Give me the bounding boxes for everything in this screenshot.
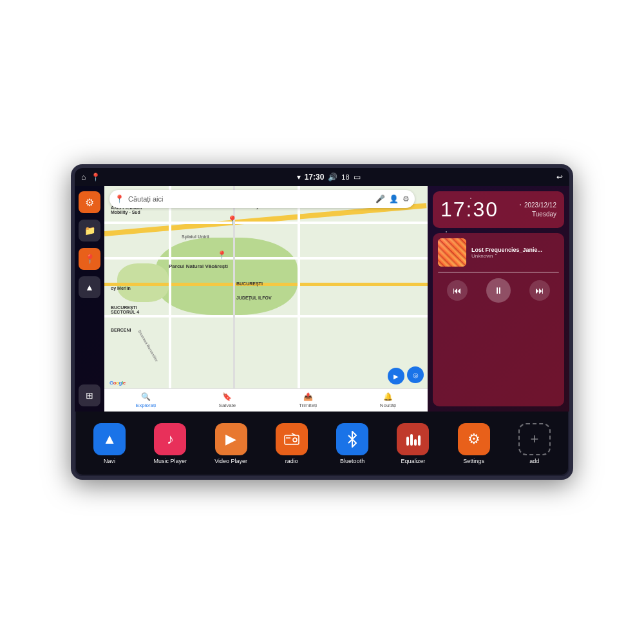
- explore-icon: 🔍: [141, 392, 151, 401]
- map-explore-btn[interactable]: 🔍 Explorați: [136, 392, 156, 408]
- radio-svg: [283, 430, 301, 448]
- app-video-player[interactable]: ▶ Video Player: [203, 423, 260, 464]
- equalizer-svg: [404, 430, 422, 448]
- map-news-btn[interactable]: 🔔 Noutăți: [380, 392, 396, 408]
- battery-level: 18: [341, 173, 349, 181]
- map-pin-parcul: 📍: [217, 251, 227, 260]
- main-content: ⚙ 📁 📍 ▲ ⊞: [75, 186, 569, 412]
- map-locate-btn[interactable]: ◎: [407, 366, 424, 383]
- map-bottom-bar: 🔍 Explorați 🔖 Salvate 📤 Trimiteți �: [104, 388, 428, 412]
- clock-date: 2023/12/12 Tuesday: [524, 201, 556, 219]
- map-search-bar[interactable]: 📍 Căutați aici 🎤 👤 ⚙: [109, 190, 415, 208]
- settings-map-icon[interactable]: ⚙: [402, 194, 410, 204]
- play-pause-icon: ⏸: [494, 285, 503, 296]
- right-panel: 17:30 2023/12/12 Tuesday Lost Frequencie…: [428, 186, 569, 412]
- music-progress-bar[interactable]: [438, 272, 559, 273]
- settings-icon: ⚙: [85, 196, 94, 209]
- equalizer-label: Equalizer: [401, 458, 426, 464]
- maps-status-icon[interactable]: 📍: [91, 173, 100, 182]
- settings-app-icon: ⚙: [458, 423, 490, 455]
- map-nav-btn[interactable]: ▶: [388, 368, 404, 384]
- app-settings[interactable]: ⚙ Settings: [446, 423, 502, 464]
- grid-icon: ⊞: [86, 390, 93, 401]
- road-v1: [169, 186, 171, 412]
- radio-icon: [276, 423, 308, 455]
- map-share-btn[interactable]: 📤 Trimiteți: [299, 392, 317, 408]
- battery-icon: ▭: [354, 173, 361, 182]
- svg-rect-6: [414, 439, 417, 446]
- share-icon: 📤: [303, 392, 313, 401]
- settings-label: Settings: [463, 458, 484, 464]
- album-art: [438, 238, 466, 267]
- road-3: [104, 283, 428, 286]
- status-bar: ⌂ 📍 ▾ 17:30 🔊 18 ▭ ↩: [75, 168, 569, 186]
- clock-widget: 17:30 2023/12/12 Tuesday: [433, 191, 564, 228]
- day-value: Tuesday: [524, 210, 556, 219]
- road-v3: [298, 186, 300, 412]
- music-text: Lost Frequencies_Janie... Unknown: [471, 247, 559, 259]
- svg-rect-4: [406, 437, 409, 446]
- sidebar-settings-btn[interactable]: ⚙: [79, 191, 100, 213]
- navi-icon-symbol: ▲: [102, 431, 117, 448]
- map-label-sector4: BUCUREȘTISECTORUL 4: [111, 305, 139, 314]
- app-bluetooth[interactable]: Bluetooth: [324, 423, 381, 464]
- app-music-player[interactable]: ♪ Music Player: [142, 423, 198, 464]
- map-saved-btn[interactable]: 🔖 Salvate: [219, 392, 236, 408]
- map-pin-pizza: 📍: [227, 215, 238, 225]
- video-player-icon: ▶: [215, 423, 247, 455]
- map-label-merlin: oy Merlin: [111, 286, 131, 290]
- svg-point-2: [293, 438, 297, 442]
- bluetooth-label: Bluetooth: [340, 458, 365, 464]
- next-track-btn[interactable]: ⏭: [529, 280, 550, 301]
- map-background: AXIS PremiumMobility - Sud Pizza & Baker…: [104, 186, 428, 412]
- road-4: [104, 315, 428, 317]
- status-center: ▾ 17:30 🔊 18 ▭: [297, 173, 361, 182]
- road-2: [104, 257, 428, 260]
- navigation-icon: ▲: [85, 282, 94, 292]
- sidebar-folder-btn[interactable]: 📁: [79, 220, 100, 242]
- app-radio[interactable]: radio: [263, 423, 320, 464]
- add-label: add: [529, 458, 539, 464]
- news-icon: 🔔: [383, 392, 393, 401]
- google-logo: Google: [109, 380, 126, 386]
- prev-track-btn[interactable]: ⏮: [447, 280, 468, 301]
- add-symbol: +: [530, 431, 538, 448]
- prev-icon: ⏮: [453, 285, 462, 296]
- road-1: [104, 222, 428, 224]
- wifi-icon: ▾: [297, 173, 301, 182]
- music-widget: Lost Frequencies_Janie... Unknown ⏮ ⏸ ⏭: [433, 233, 564, 406]
- map-label-buc: BUCUREȘTI: [236, 281, 263, 286]
- bluetooth-icon: [336, 423, 368, 455]
- share-label: Trimiteți: [299, 402, 317, 408]
- video-icon-symbol: ▶: [225, 431, 236, 448]
- navi-icon: ▲: [93, 423, 126, 455]
- video-player-label: Video Player: [214, 458, 247, 464]
- app-equalizer[interactable]: Equalizer: [384, 423, 441, 464]
- app-navi[interactable]: ▲ Navi: [81, 423, 138, 464]
- map-label-sosea: Șoseaua Bercenilor: [137, 329, 158, 363]
- volume-icon: 🔊: [328, 173, 337, 182]
- map-label-parcul: Parcul Natural Văcărești: [169, 263, 228, 269]
- sidebar-grid-btn[interactable]: ⊞: [79, 384, 100, 406]
- status-right: ↩: [556, 173, 563, 182]
- add-icon: +: [518, 423, 551, 455]
- sidebar-navigation-btn[interactable]: ▲: [79, 276, 100, 298]
- back-icon[interactable]: ↩: [556, 173, 563, 182]
- mic-icon[interactable]: 🎤: [375, 194, 385, 204]
- sidebar-location-btn[interactable]: 📍: [79, 248, 100, 270]
- account-icon[interactable]: 👤: [389, 194, 399, 204]
- date-value: 2023/12/12: [524, 201, 556, 210]
- bluetooth-svg: [344, 431, 361, 448]
- home-status-icon[interactable]: ⌂: [81, 173, 86, 182]
- app-add[interactable]: + add: [506, 423, 563, 464]
- map-container[interactable]: AXIS PremiumMobility - Sud Pizza & Baker…: [104, 186, 428, 412]
- explore-label: Explorați: [136, 402, 156, 408]
- app-launcher: ▲ Navi ♪ Music Player ▶ Video Player: [75, 412, 569, 476]
- news-label: Noutăți: [380, 402, 396, 408]
- sidebar: ⚙ 📁 📍 ▲ ⊞: [75, 186, 104, 412]
- play-pause-btn[interactable]: ⏸: [486, 278, 511, 303]
- radio-label: radio: [285, 458, 298, 464]
- locate-icon: ◎: [413, 372, 419, 379]
- map-label-berceni: BERCENI: [111, 328, 131, 332]
- status-left: ⌂ 📍: [81, 173, 100, 182]
